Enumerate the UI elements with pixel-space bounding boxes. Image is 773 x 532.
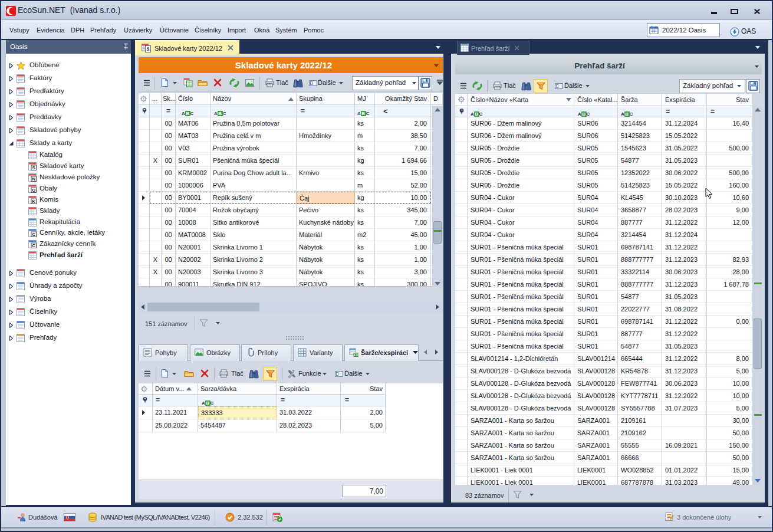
svg-text:C: C (32, 243, 35, 248)
svg-text:O: O (32, 188, 35, 193)
svg-text:S: S (32, 165, 36, 170)
svg-text:K: K (32, 199, 35, 204)
svg-text:N: N (32, 176, 35, 182)
svg-text:S: S (147, 47, 150, 52)
svg-text:C: C (32, 232, 35, 237)
